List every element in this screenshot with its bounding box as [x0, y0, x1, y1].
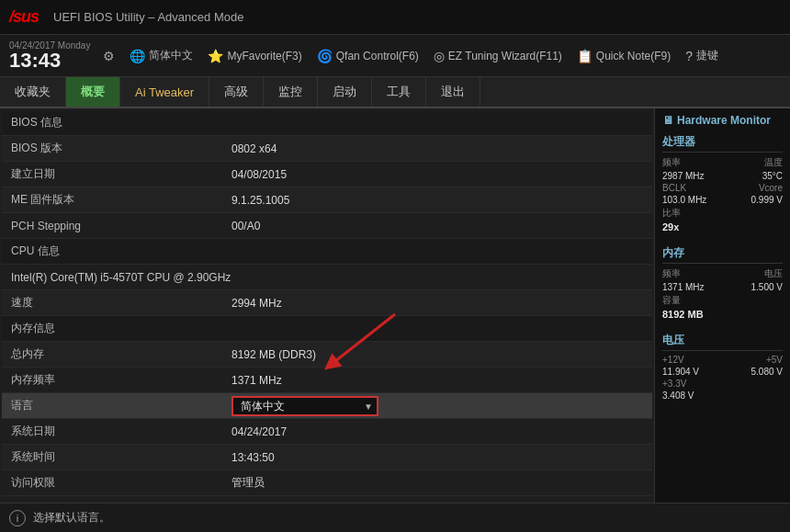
row-value: 管理员 [231, 475, 643, 491]
mem-freq-label: 频率 [662, 267, 681, 280]
cpu-temp-label: 温度 [764, 156, 783, 169]
ratio-label: 比率 [662, 207, 681, 220]
volt-33-label: +3.3V [662, 379, 686, 389]
ez-tuning-label: EZ Tuning Wizard(F11) [448, 50, 562, 62]
cpu-section: 处理器 频率 温度 2987 MHz 35°C BCLK Vcore 103.0… [662, 134, 783, 236]
language-selector[interactable]: 🌐 简体中文 [130, 48, 193, 63]
nav-exit[interactable]: 退出 [426, 77, 480, 107]
volt-12-row: +12V +5V [662, 355, 783, 365]
date-time: 04/24/2017 Monday 13:43 [9, 40, 90, 71]
star-icon: ⭐ [208, 49, 223, 63]
volt-5-label: +5V [766, 355, 783, 365]
language-dropdown-wrapper: 简体中文 English 日本語 Deutsch Français ▼ [231, 396, 378, 416]
shortcut-label: 捷键 [696, 48, 718, 63]
table-row: 内存频率 1371 MHz [2, 368, 652, 393]
myfavorite-btn[interactable]: ⭐ MyFavorite(F3) [208, 49, 301, 63]
nav-bar: 收藏夹 概要 Ai Tweaker 高级 监控 启动 工具 退出 [0, 77, 790, 108]
nav-overview[interactable]: 概要 [66, 77, 120, 107]
row-label: 访问权限 [11, 475, 231, 491]
bottom-hint: 选择默认语言。 [33, 510, 110, 526]
row-label: Intel(R) Core(TM) i5-4570T CPU @ 2.90GHz [11, 271, 231, 284]
mem-cap-val: 8192 MB [662, 309, 704, 320]
cpu-ratio-row: 比率 [662, 207, 783, 220]
voltage-section: 电压 +12V +5V 11.904 V 5.080 V +3.3V 3.408… [662, 333, 783, 401]
top-bar: /sus UEFI BIOS Utility – Advanced Mode [0, 0, 790, 35]
volt-12-val: 11.904 V [662, 367, 699, 377]
nav-monitor[interactable]: 监控 [264, 77, 318, 107]
ratio-val: 29x [662, 221, 679, 232]
memory-section-label: 内存 [662, 245, 783, 264]
bclk-val: 103.0 MHz [662, 195, 706, 205]
language-label: 简体中文 [149, 48, 193, 63]
bottom-bar: i 选择默认语言。 [0, 503, 790, 532]
qfan-btn[interactable]: 🌀 Qfan Control(F6) [317, 49, 419, 63]
quick-note-btn[interactable]: 📋 Quick Note(F9) [577, 49, 671, 63]
table-row: Intel(R) Core(TM) i5-4570T CPU @ 2.90GHz [2, 265, 652, 290]
row-value: 13:43:50 [231, 451, 643, 464]
info-actions: 🌐 简体中文 ⭐ MyFavorite(F3) 🌀 Qfan Control(F… [130, 48, 781, 63]
table-row: 系统时间 13:43:50 [2, 445, 652, 470]
cpu-freq-val-row: 2987 MHz 35°C [662, 171, 783, 181]
mem-volt-val: 1.500 V [751, 282, 783, 292]
cpu-section-label: 处理器 [662, 134, 783, 153]
settings-icon[interactable]: ⚙ [103, 49, 115, 63]
nav-tools[interactable]: 工具 [372, 77, 426, 107]
row-value: 04/08/2015 [231, 168, 643, 181]
time-display: 13:43 [9, 51, 90, 71]
mem-freq-val-row: 1371 MHz 1.500 V [662, 282, 783, 292]
mem-cap-label: 容量 [662, 294, 681, 307]
voltage-section-label: 电压 [662, 333, 783, 351]
table-row: 总内存 8192 MB (DDR3) [2, 342, 652, 368]
monitor-icon: 🖥 [662, 114, 673, 127]
fan-icon: 🌀 [317, 49, 333, 63]
hardware-monitor-panel: 🖥 Hardware Monitor 处理器 频率 温度 2987 MHz 35… [654, 108, 790, 503]
ez-tuning-btn[interactable]: ◎ EZ Tuning Wizard(F11) [434, 49, 562, 63]
table-row: CPU 信息 [2, 239, 652, 265]
language-row-label: 语言 [11, 398, 231, 413]
row-label: 系统时间 [11, 449, 231, 465]
table-row: 速度 2994 MHz [2, 290, 652, 316]
info-bar: 04/24/2017 Monday 13:43 ⚙ 🌐 简体中文 ⭐ MyFav… [0, 35, 790, 77]
content-wrapper: BIOS 信息 BIOS 版本 0802 x64 建立日期 04/08/2015… [0, 108, 790, 503]
volt-12-val-row: 11.904 V 5.080 V [662, 367, 783, 377]
nav-favorites[interactable]: 收藏夹 [0, 77, 66, 107]
volt-5-val: 5.080 V [751, 367, 783, 377]
nav-boot[interactable]: 启动 [318, 77, 372, 107]
nav-advanced[interactable]: 高级 [209, 77, 264, 107]
question-icon: ? [685, 49, 693, 63]
shortcut-btn[interactable]: ? 捷键 [685, 48, 718, 63]
table-row: 建立日期 04/08/2015 [2, 162, 652, 187]
cpu-temp-val: 35°C [762, 171, 783, 181]
qfan-label: Qfan Control(F6) [336, 50, 419, 62]
mem-cap-row: 容量 [662, 294, 783, 307]
table-row: ME 固件版本 9.1.25.1005 [2, 187, 652, 213]
language-row: 语言 简体中文 English 日本語 Deutsch Français ▼ [2, 393, 652, 419]
language-row-value: 简体中文 English 日本語 Deutsch Français ▼ [231, 396, 643, 416]
volt-12-label: +12V [662, 355, 684, 365]
target-icon: ◎ [434, 49, 445, 63]
row-label: BIOS 版本 [11, 141, 231, 156]
row-label: ME 固件版本 [11, 192, 231, 208]
row-label: 内存频率 [11, 372, 231, 388]
cpu-bclk-val-row: 103.0 MHz 0.999 V [662, 195, 783, 205]
language-dropdown[interactable]: 简体中文 English 日本語 Deutsch Français [231, 396, 378, 416]
row-value: 2994 MHz [231, 297, 643, 310]
mem-cap-val-row: 8192 MB [662, 309, 783, 323]
bios-title: UEFI BIOS Utility – Advanced Mode [53, 10, 781, 24]
bclk-label: BCLK [662, 183, 686, 193]
volt-33-val: 3.408 V [662, 391, 694, 401]
table-row: 内存信息 [2, 316, 652, 342]
row-value: 04/24/2017 [231, 425, 643, 438]
row-label: CPU 信息 [11, 243, 231, 259]
mem-freq-row: 频率 电压 [662, 267, 783, 280]
nav-ai-tweaker[interactable]: Ai Tweaker [120, 77, 209, 107]
row-value: 0802 x64 [231, 142, 643, 155]
row-label: 速度 [11, 295, 231, 311]
vcore-label: Vcore [759, 183, 783, 193]
row-value: 8192 MB (DDR3) [231, 348, 643, 361]
row-label: 建立日期 [11, 166, 231, 182]
row-value: 9.1.25.1005 [231, 194, 643, 207]
cpu-ratio-val-row: 29x [662, 221, 783, 236]
volt-33-row: +3.3V [662, 379, 783, 389]
cpu-freq-label: 频率 [662, 156, 681, 169]
